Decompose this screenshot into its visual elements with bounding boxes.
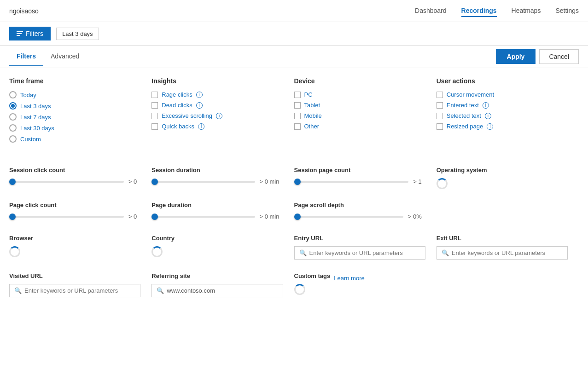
referring-site-title: Referring site <box>151 272 283 279</box>
device-other[interactable]: Other <box>294 123 429 130</box>
insight-excessive-scrolling-label: Excessive scrolling <box>162 112 212 119</box>
checkbox-mobile[interactable] <box>294 113 301 119</box>
visited-url-input[interactable] <box>24 287 135 294</box>
quick-backs-info-icon[interactable]: i <box>198 123 204 130</box>
timeframe-today[interactable]: Today <box>9 91 144 98</box>
session-click-count-title: Session click count <box>9 167 137 173</box>
ua-resized-page[interactable]: Resized page i <box>437 123 571 130</box>
insight-dead-clicks-label: Dead clicks <box>162 102 192 109</box>
page-click-count-track[interactable] <box>9 216 124 218</box>
page-duration-thumb[interactable] <box>151 214 158 220</box>
custom-tags-learn-more[interactable]: Learn more <box>334 275 364 282</box>
session-duration-track[interactable] <box>151 181 255 183</box>
entry-url-section: Entry URL 🔍 <box>294 235 437 260</box>
device-mobile[interactable]: Mobile <box>294 112 429 119</box>
session-page-count-track[interactable] <box>294 181 409 183</box>
checkbox-other[interactable] <box>294 123 301 130</box>
page-click-count-thumb[interactable] <box>9 214 16 220</box>
resized-page-info-icon[interactable]: i <box>487 123 493 130</box>
referring-site-input[interactable] <box>167 287 278 294</box>
session-click-count-section: Session click count > 0 <box>9 167 151 191</box>
session-page-count-thumb[interactable] <box>294 179 301 185</box>
checkbox-tablet[interactable] <box>294 102 301 109</box>
device-other-label: Other <box>304 123 320 130</box>
nav-heatmaps[interactable]: Heatmaps <box>512 5 541 17</box>
excessive-scrolling-info-icon[interactable]: i <box>216 113 222 119</box>
exit-url-input[interactable] <box>452 249 563 256</box>
selected-text-info-icon[interactable]: i <box>485 113 491 119</box>
entered-text-info-icon[interactable]: i <box>483 102 489 109</box>
tab-filters[interactable]: Filters <box>9 47 43 66</box>
entry-url-input-wrap[interactable]: 🔍 <box>294 246 425 260</box>
date-tag[interactable]: Last 3 days <box>56 28 99 40</box>
checkbox-pc[interactable] <box>294 92 301 98</box>
page-click-count-value: > 0 <box>128 213 137 220</box>
filter-icon <box>17 31 23 36</box>
checkbox-entered-text[interactable] <box>437 102 443 109</box>
ua-cursor-movement[interactable]: Cursor movement <box>437 91 571 98</box>
nav-recordings[interactable]: Recordings <box>461 5 497 17</box>
page-duration-row: > 0 min <box>151 213 279 220</box>
radio-last3[interactable] <box>9 102 17 110</box>
apply-button[interactable]: Apply <box>496 49 536 64</box>
visited-url-section: Visited URL 🔍 <box>9 272 151 297</box>
page-duration-section: Page duration > 0 min <box>151 202 294 220</box>
tab-actions: Apply Cancel <box>496 46 579 68</box>
session-click-count-track[interactable] <box>9 181 124 183</box>
filters-button[interactable]: Filters <box>9 27 51 40</box>
checkbox-quick-backs[interactable] <box>151 123 158 130</box>
radio-last7[interactable] <box>9 113 17 121</box>
checkbox-rage-clicks[interactable] <box>151 92 158 98</box>
nav-dashboard[interactable]: Dashboard <box>415 5 447 17</box>
page-scroll-depth-track[interactable] <box>294 216 403 218</box>
timeframe-custom[interactable]: Custom <box>9 135 144 143</box>
session-duration-section: Session duration > 0 min <box>151 167 294 191</box>
timeframe-section: Time frame Today Last 3 days Last 7 days… <box>9 77 151 156</box>
checkbox-selected-text[interactable] <box>437 113 443 119</box>
exit-url-input-wrap[interactable]: 🔍 <box>437 246 568 260</box>
insight-rage-clicks[interactable]: Rage clicks i <box>151 91 286 98</box>
insight-dead-clicks[interactable]: Dead clicks i <box>151 102 286 109</box>
main-content: Time frame Today Last 3 days Last 7 days… <box>0 68 588 306</box>
insight-quick-backs[interactable]: Quick backs i <box>151 123 286 130</box>
radio-custom[interactable] <box>9 135 17 143</box>
ua-cursor-label: Cursor movement <box>447 91 494 98</box>
cancel-button[interactable]: Cancel <box>539 49 579 64</box>
exit-url-search-icon: 🔍 <box>442 249 449 256</box>
tab-advanced[interactable]: Advanced <box>43 47 87 66</box>
page-duration-track[interactable] <box>151 216 255 218</box>
insight-quick-backs-label: Quick backs <box>162 123 194 130</box>
custom-tags-title-row: Custom tags Learn more <box>294 272 425 284</box>
timeframe-today-label: Today <box>20 92 36 98</box>
checkbox-cursor-movement[interactable] <box>437 92 443 98</box>
page-scroll-depth-title: Page scroll depth <box>294 202 422 208</box>
visited-url-input-wrap[interactable]: 🔍 <box>9 284 140 297</box>
device-title: Device <box>294 77 429 85</box>
insights-section: Insights Rage clicks i Dead clicks i Exc… <box>151 77 294 156</box>
timeframe-last30[interactable]: Last 30 days <box>9 124 144 132</box>
page-scroll-depth-thumb[interactable] <box>294 214 301 220</box>
checkbox-excessive-scrolling[interactable] <box>151 113 158 119</box>
referring-site-input-wrap[interactable]: 🔍 <box>151 284 283 297</box>
ua-entered-text[interactable]: Entered text i <box>437 102 571 109</box>
rage-clicks-info-icon[interactable]: i <box>196 92 203 98</box>
timeframe-last7[interactable]: Last 7 days <box>9 113 144 121</box>
insight-excessive-scrolling[interactable]: Excessive scrolling i <box>151 112 286 119</box>
checkbox-dead-clicks[interactable] <box>151 102 158 109</box>
timeframe-last3[interactable]: Last 3 days <box>9 102 144 110</box>
nav-settings[interactable]: Settings <box>555 5 579 17</box>
checkbox-resized-page[interactable] <box>437 123 443 130</box>
session-duration-thumb[interactable] <box>151 179 158 185</box>
radio-today[interactable] <box>9 91 17 98</box>
insight-rage-clicks-label: Rage clicks <box>162 91 192 98</box>
filter-grid: Time frame Today Last 3 days Last 7 days… <box>9 77 579 156</box>
ua-selected-text[interactable]: Selected text i <box>437 112 571 119</box>
device-pc[interactable]: PC <box>294 91 429 98</box>
entry-url-input[interactable] <box>309 249 420 256</box>
dead-clicks-info-icon[interactable]: i <box>196 102 203 109</box>
session-duration-title: Session duration <box>151 167 279 173</box>
radio-last30[interactable] <box>9 124 17 132</box>
sliders-grid: Session click count > 0 Session duration… <box>9 167 579 220</box>
session-click-count-thumb[interactable] <box>9 179 16 185</box>
device-tablet[interactable]: Tablet <box>294 102 429 109</box>
